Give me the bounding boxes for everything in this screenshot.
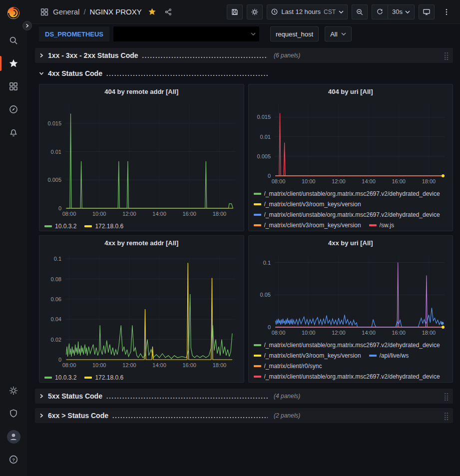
gear-icon	[251, 8, 259, 16]
row-drag-handle[interactable]: ⣿	[444, 52, 449, 59]
row-header-5xx[interactable]: 5xx Status Code ........................…	[35, 389, 453, 404]
x-axis-label: 18:00	[422, 330, 436, 336]
sidebar-expand-button[interactable]	[22, 21, 32, 30]
legend-item[interactable]: /_matrix/client/v3/room_keys/version	[254, 221, 361, 229]
y-axis-label: 0	[267, 324, 270, 330]
legend-swatch	[254, 355, 261, 357]
row-panel-count: (4 panels)	[274, 393, 300, 400]
legend-swatch	[369, 355, 377, 357]
zoom-out-time-button[interactable]	[352, 4, 368, 19]
panel-3: 4xx by remote addr [All]08:0010:0012:001…	[39, 235, 244, 383]
row-leader-dots: ........................................…	[106, 393, 268, 400]
dashboard-settings-button[interactable]	[247, 4, 263, 19]
row-leader-dots: ........................................…	[142, 52, 268, 59]
legend-label: 172.18.0.6	[95, 374, 123, 381]
toolbar: Last 12 hours CST 30s	[223, 4, 454, 19]
person-icon	[8, 432, 18, 442]
breadcrumb-dashboard-title[interactable]: NGINX PROXY	[90, 7, 142, 16]
grafana-logo[interactable]	[4, 4, 22, 22]
chevron-down-icon	[341, 32, 346, 35]
panel-title[interactable]: 404 by uri [All]	[249, 84, 453, 98]
x-axis-label: 08:00	[62, 211, 76, 217]
refresh-button[interactable]	[372, 5, 388, 19]
row-header-4xx[interactable]: 4xx Status Code ........................…	[35, 66, 453, 81]
row-lead: 6xx > Status Code ......................…	[39, 412, 272, 420]
cycle-view-mode-button[interactable]	[419, 4, 435, 19]
legend-item[interactable]: /_matrix/client/unstable/org.matrix.msc2…	[254, 190, 440, 197]
share-icon	[164, 8, 172, 16]
panel-title[interactable]: 4xx by uri [All]	[249, 236, 453, 250]
chevron-down-icon	[39, 71, 44, 76]
x-axis-label: 12:00	[332, 330, 346, 336]
x-axis-label: 10:00	[92, 211, 106, 217]
row-leader-dots: ........................................…	[106, 70, 268, 77]
legend-item[interactable]: 172.18.0.6	[84, 374, 123, 381]
legend-item[interactable]: /api/live/ws	[369, 352, 409, 359]
y-axis-label: 0.06	[51, 296, 61, 302]
sidebar-item-configuration[interactable]	[0, 379, 27, 402]
time-series-chart[interactable]: 08:0010:0012:0014:0016:0018:0000.0050.01…	[43, 98, 240, 218]
sidebar-item-help[interactable]	[0, 448, 27, 471]
row-drag-handle[interactable]: ⣿	[444, 412, 449, 420]
legend-label: /_matrix/client/v3/room_keys/version	[264, 201, 361, 208]
request-host-variable-value: All	[330, 30, 337, 38]
sidebar-item-alerting[interactable]	[0, 121, 27, 144]
legend-item[interactable]: /sw.js	[369, 221, 394, 229]
x-axis-label: 12:00	[122, 362, 136, 368]
sidebar	[0, 0, 27, 476]
sidebar-item-server-admin[interactable]	[0, 402, 27, 425]
clock-icon	[271, 8, 278, 15]
row-lead: 5xx Status Code ........................…	[39, 392, 272, 400]
row-drag-handle[interactable]: ⣿	[444, 393, 449, 400]
panel-title[interactable]: 404 by remote addr [All]	[39, 84, 244, 98]
request-host-variable-select[interactable]: All	[325, 26, 351, 41]
save-dashboard-button[interactable]	[227, 4, 243, 19]
host-variable-select[interactable]	[113, 26, 259, 41]
legend-item[interactable]: /_matrix/client/unstable/org.matrix.msc2…	[254, 211, 440, 218]
request-host-variable-label: request_host	[270, 26, 319, 41]
help-icon	[8, 455, 18, 465]
y-axis-label: 0.1	[263, 260, 270, 266]
row-header-6xx[interactable]: 6xx > Status Code ......................…	[35, 408, 453, 423]
top-nav-bar: General / NGINX PROXY Last 12 hours CST	[27, 0, 460, 24]
sidebar-item-profile[interactable]	[0, 425, 27, 448]
more-options-button[interactable]	[439, 4, 454, 19]
refresh-interval-dropdown[interactable]: 30s	[388, 5, 414, 19]
time-series-chart[interactable]: 08:0010:0012:0014:0016:0018:0000.020.040…	[43, 250, 240, 370]
panel-4: 4xx by uri [All]08:0010:0012:0014:0016:0…	[248, 235, 454, 383]
datasource-variable-label[interactable]: DS_PROMETHEUS	[39, 26, 109, 41]
share-button[interactable]	[162, 6, 174, 18]
legend-item[interactable]: 10.0.3.2	[44, 222, 76, 230]
time-series-chart[interactable]: 08:0010:0012:0014:0016:0018:0000.050.1	[253, 250, 450, 337]
legend-swatch	[254, 214, 261, 216]
breadcrumb-folder[interactable]: General	[53, 7, 79, 16]
sidebar-item-search[interactable]	[0, 29, 27, 52]
time-range-picker[interactable]: Last 12 hours CST	[267, 4, 348, 19]
panel-title[interactable]: 4xx by remote addr [All]	[39, 236, 244, 250]
legend-swatch	[84, 225, 92, 227]
favorite-star-button[interactable]	[146, 5, 158, 18]
gear-icon	[8, 386, 18, 396]
y-axis-label: 0	[58, 205, 61, 211]
refresh-button-group: 30s	[372, 4, 415, 19]
sidebar-item-starred[interactable]	[0, 52, 27, 75]
time-series-chart[interactable]: 08:0010:0012:0014:0016:0018:0000.0050.01…	[253, 98, 450, 186]
legend-label: 10.0.3.2	[55, 223, 76, 230]
legend-swatch	[254, 376, 261, 378]
star-icon	[8, 58, 18, 68]
sidebar-item-explore[interactable]	[0, 98, 27, 121]
row-title: 6xx > Status Code	[48, 412, 108, 420]
x-axis-label: 08:00	[271, 178, 285, 184]
x-axis-label: 16:00	[182, 211, 196, 217]
x-axis-label: 14:00	[152, 211, 166, 217]
legend-item[interactable]: /_matrix/client/v3/room_keys/version	[254, 200, 361, 208]
legend-item[interactable]: /_matrix/client/unstable/org.matrix.msc2…	[254, 373, 440, 380]
row-header-1xx-3xx-2xx[interactable]: 1xx - 3xx - 2xx Status Code ............…	[35, 48, 453, 63]
legend-item[interactable]: /_matrix/client/v3/room_keys/version	[254, 352, 361, 359]
legend-item[interactable]: 172.18.0.6	[84, 222, 123, 230]
legend-label: /_matrix/client/unstable/org.matrix.msc2…	[264, 342, 440, 349]
legend-item[interactable]: /_matrix/client/r0/sync	[254, 362, 322, 370]
legend-item[interactable]: /_matrix/client/unstable/org.matrix.msc2…	[254, 341, 440, 349]
legend-item[interactable]: 10.0.3.2	[44, 374, 76, 381]
sidebar-item-dashboards[interactable]	[0, 75, 27, 98]
